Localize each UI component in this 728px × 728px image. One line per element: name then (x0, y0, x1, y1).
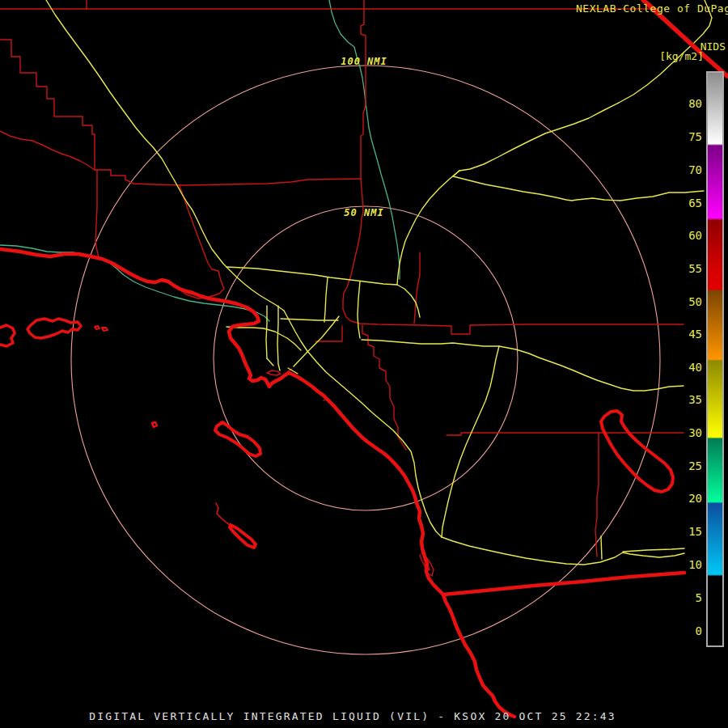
colorbar-tick: 50 (668, 294, 702, 309)
colorbar-tick: 20 (668, 491, 702, 506)
coastline-lines (0, 0, 727, 717)
colorbar-tick: 40 (668, 360, 702, 375)
product-caption: DIGITAL VERTICALLY INTEGRATED LIQUID (VI… (0, 710, 705, 722)
header: NEXLAB-College of DuPage (576, 2, 728, 15)
range-ring-50nmi (214, 206, 518, 510)
colorbar-tick: 80 (668, 96, 702, 111)
colorbar-tick: 60 (668, 228, 702, 243)
range-rings (71, 66, 660, 654)
colorbar-tick: 35 (668, 392, 702, 407)
colorbar-unit: [kg/m2] (659, 50, 704, 62)
colorbar-tick: 0 (668, 624, 702, 638)
brand-text: NEXLAB-College of DuPage (576, 2, 728, 15)
range-ring-label-50nmi: 50 NMI (344, 207, 383, 218)
colorbar-tick: 15 (668, 524, 702, 539)
vil-colorbar (706, 71, 724, 647)
radar-map (0, 0, 728, 728)
radar-display: NEXLAB-College of DuPage NIDS [kg/m2] 80… (0, 0, 728, 728)
colorbar-title: NIDS (700, 40, 726, 53)
colorbar-tick: 45 (668, 327, 702, 341)
colorbar-tick: 5 (668, 590, 702, 605)
colorbar-tick: 10 (668, 557, 702, 572)
colorbar-tick: 65 (668, 196, 702, 210)
colorbar-tick: 70 (668, 163, 702, 177)
range-ring-label-100nmi: 100 NMI (341, 56, 387, 67)
river-lines (0, 0, 400, 321)
colorbar-tick: 75 (668, 129, 702, 144)
colorbar-tick: 30 (668, 425, 702, 440)
colorbar-tick: 55 (668, 261, 702, 276)
colorbar-tick: 25 (668, 459, 702, 473)
range-ring-100nmi (71, 66, 660, 654)
